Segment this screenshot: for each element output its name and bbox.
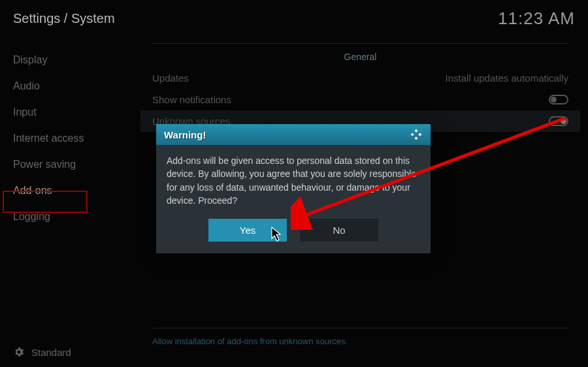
kodi-icon (410, 128, 423, 141)
settings-level-label: Standard (31, 347, 71, 358)
sidebar-item-label: Power saving (13, 159, 76, 170)
sidebar-item-display[interactable]: Display (0, 47, 140, 73)
toggle-off-icon[interactable] (549, 95, 568, 104)
sidebar-item-power-saving[interactable]: Power saving (0, 152, 140, 178)
no-button[interactable]: No (300, 219, 378, 242)
yes-button[interactable]: Yes (208, 219, 287, 242)
sidebar-item-internet-access[interactable]: Internet access (0, 125, 140, 152)
breadcrumb: Settings / System (13, 11, 115, 26)
setting-value: Install updates automatically (446, 72, 568, 84)
dialog-body: Add-ons will be given access to personal… (156, 145, 431, 215)
sidebar-item-label: Add-ons (13, 185, 52, 196)
setting-updates[interactable]: Updates Install updates automatically (140, 67, 580, 89)
sidebar-item-label: Display (13, 54, 47, 65)
divider (152, 328, 568, 328)
gear-icon (13, 346, 25, 358)
dialog-title: Warning! (164, 129, 206, 140)
sidebar: Display Audio Input Internet access Powe… (0, 34, 140, 367)
sidebar-item-label: Input (13, 106, 37, 118)
warning-dialog: Warning! Add-ons will be given access to… (156, 124, 431, 253)
setting-label: Updates (152, 72, 189, 84)
settings-level-button[interactable]: Standard (0, 337, 140, 367)
setting-label: Show notifications (152, 94, 231, 105)
section-header: General (140, 50, 580, 67)
sidebar-item-label: Internet access (13, 133, 84, 144)
sidebar-item-label: Audio (13, 80, 40, 91)
dialog-header: Warning! (156, 124, 431, 145)
toggle-on-icon[interactable] (549, 116, 568, 126)
divider (152, 43, 568, 44)
setting-show-notifications[interactable]: Show notifications (140, 89, 580, 110)
clock: 11:23 AM (498, 8, 575, 29)
sidebar-item-addons[interactable]: Add-ons (0, 178, 140, 204)
footer-hint: Allow installation of add-ons from unkno… (140, 334, 580, 349)
sidebar-item-logging[interactable]: Logging (0, 204, 140, 230)
sidebar-item-label: Logging (13, 211, 50, 222)
sidebar-item-input[interactable]: Input (0, 99, 140, 125)
sidebar-item-audio[interactable]: Audio (0, 73, 140, 99)
